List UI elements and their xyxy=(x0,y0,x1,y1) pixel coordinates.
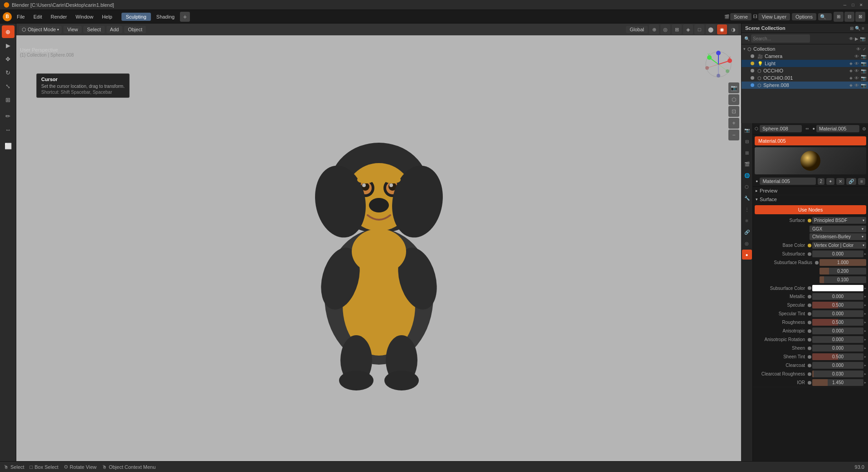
use-nodes-button[interactable]: Use Nodes xyxy=(755,205,866,214)
clearcoat-roughness-dot[interactable] xyxy=(808,372,811,376)
pi-view-layer[interactable]: ⊞ xyxy=(742,148,752,158)
mat-slot-name-field[interactable]: Material.005 xyxy=(760,178,815,185)
tree-occhio[interactable]: ⬡ OCCHIO ◈ 👁 📷 xyxy=(742,67,868,74)
occhio-render[interactable]: 📷 xyxy=(861,68,866,73)
mat-new-btn[interactable]: ✦ xyxy=(826,178,834,185)
tab-sculpting[interactable]: Sculpting xyxy=(121,13,151,21)
subsurface-dot[interactable] xyxy=(808,252,811,256)
add-workspace-button[interactable]: + xyxy=(180,12,190,22)
xray-toggle[interactable]: ◈ xyxy=(683,24,693,34)
metallic-dot[interactable] xyxy=(808,295,811,299)
sheen-tint-dot[interactable] xyxy=(808,355,811,359)
sc-search-input[interactable] xyxy=(751,34,810,43)
pi-material[interactable]: ● xyxy=(742,250,752,260)
anisotropic-rotation-arrow[interactable]: ▸ xyxy=(864,337,866,342)
mat-link-btn[interactable]: 🔗 xyxy=(846,178,856,185)
view-menu[interactable]: View xyxy=(63,26,82,33)
sc-select-toggle[interactable]: ▶ xyxy=(855,36,858,41)
pi-render[interactable]: 📷 xyxy=(742,125,752,135)
local-view-btn[interactable]: ⊡ xyxy=(728,106,739,117)
solid-shading[interactable]: ⬤ xyxy=(706,24,716,34)
menu-edit[interactable]: Edit xyxy=(30,13,46,20)
maximize-button[interactable]: □ xyxy=(850,2,856,8)
viewport[interactable]: ⬡ Object Mode ▾ View Select Add Object G… xyxy=(16,24,741,461)
subsurface-color-dot[interactable] xyxy=(808,286,811,290)
collection-exclude-icon[interactable]: ✓ xyxy=(863,47,866,52)
mat-browse-btn[interactable]: ≡ xyxy=(858,178,865,185)
tree-occhio-001[interactable]: ⬡ OCCHIO.001 ◈ 👁 📷 xyxy=(742,74,868,82)
global-selector[interactable]: Global xyxy=(626,26,648,33)
subsurface-field[interactable]: 0.000 xyxy=(812,250,863,257)
subsurface-color-arrow[interactable]: ▸ xyxy=(864,286,866,290)
tool-measure[interactable]: ↔ xyxy=(2,123,15,136)
light-eye[interactable]: 👁 xyxy=(854,61,859,66)
specular-tint-arrow[interactable]: ▸ xyxy=(864,312,866,316)
sphere008-eye[interactable]: 👁 xyxy=(854,83,859,88)
sheen-dot[interactable] xyxy=(808,347,811,350)
pi-constraints[interactable]: 🔗 xyxy=(742,227,752,237)
add-menu[interactable]: Add xyxy=(107,26,123,33)
tool-annotate[interactable]: ✏ xyxy=(2,110,15,122)
occhio-filter[interactable]: ◈ xyxy=(849,68,853,73)
tool-cursor[interactable]: ⊕ xyxy=(2,25,15,38)
sphere008-render[interactable]: 📷 xyxy=(861,83,866,88)
close-button[interactable]: ✕ xyxy=(858,2,864,8)
occhio001-eye[interactable]: 👁 xyxy=(854,76,859,81)
tool-select[interactable]: ▶ xyxy=(2,39,15,52)
sphere008-filter[interactable]: ◈ xyxy=(849,83,853,87)
tool-rotate[interactable]: ↻ xyxy=(2,66,15,79)
wireframe-shading[interactable]: □ xyxy=(694,24,704,34)
pi-object-data[interactable]: ◎ xyxy=(742,238,752,248)
rendered-shading[interactable]: ◑ xyxy=(728,24,738,34)
pi-object[interactable]: ⬡ xyxy=(742,182,752,192)
surface-section-header[interactable]: ▾ Surface xyxy=(753,195,868,203)
sr-field-3[interactable]: 0.100 xyxy=(820,276,866,283)
light-filter[interactable]: ◈ xyxy=(849,61,853,66)
sc-render-toggle[interactable]: 📷 xyxy=(860,36,865,41)
pi-output[interactable]: ⊟ xyxy=(742,136,752,146)
bottom-context-menu[interactable]: 🖱 Object Context Menu xyxy=(102,464,155,470)
anisotropic-arrow[interactable]: ▸ xyxy=(864,329,866,333)
clearcoat-field[interactable]: 0.000 xyxy=(812,362,863,369)
tree-light[interactable]: 💡 Light ◈ 👁 📷 xyxy=(742,60,868,67)
tree-camera[interactable]: 🎥 Camera 👁 📷 xyxy=(742,53,868,60)
bottom-rotate-view[interactable]: ⊙ Rotate View xyxy=(64,464,97,470)
base-color-selector[interactable]: Vertex Color | Color ▾ xyxy=(812,242,866,249)
ggx-dropdown[interactable]: GGX ▾ xyxy=(810,226,866,232)
specular-tint-dot[interactable] xyxy=(808,312,811,316)
sc-icon-3[interactable]: ≡ xyxy=(862,26,864,31)
menu-help[interactable]: Help xyxy=(98,13,116,20)
tab-shading[interactable]: Shading xyxy=(152,13,179,21)
clearcoat-roughness-field[interactable]: 0.030 xyxy=(812,371,863,377)
bottom-select[interactable]: 🖱 Select xyxy=(4,464,24,470)
snap-icon[interactable]: ⊕ xyxy=(649,24,659,34)
pi-modifier[interactable]: 🔧 xyxy=(742,193,752,203)
occhio-eye[interactable]: 👁 xyxy=(854,68,859,73)
sc-filter-icon[interactable]: 🔍 xyxy=(744,36,750,41)
roughness-field[interactable]: 0.500 xyxy=(812,319,863,326)
anisotropic-rotation-field[interactable]: 0.000 xyxy=(812,336,863,343)
sr-field-2[interactable]: 0.200 xyxy=(820,268,866,275)
pi-scene[interactable]: 🎬 xyxy=(742,159,752,169)
sc-eye-toggle[interactable]: 👁 xyxy=(849,36,853,41)
subsurface-color-swatch[interactable] xyxy=(812,285,863,291)
sc-icon-2[interactable]: 🔍 xyxy=(855,26,860,31)
tool-move[interactable]: ✥ xyxy=(2,53,15,65)
menu-file[interactable]: File xyxy=(13,13,29,20)
select-menu[interactable]: Select xyxy=(83,26,105,33)
sheen-field[interactable]: 0.000 xyxy=(812,345,863,352)
zoom-in-btn[interactable]: + xyxy=(728,118,739,129)
tool-scale[interactable]: ⤡ xyxy=(2,80,15,92)
surface-dot[interactable] xyxy=(808,219,811,222)
header-icon-1[interactable]: ⊞ xyxy=(834,12,844,22)
sheen-tint-field[interactable]: 0.500 xyxy=(812,353,863,360)
camera-eye[interactable]: 👁 xyxy=(854,54,859,59)
perspective-btn[interactable]: ⬡ xyxy=(728,94,739,105)
material-header-bar[interactable]: Material.005 xyxy=(755,136,866,145)
header-icon-2[interactable]: ⊟ xyxy=(844,12,854,22)
anisotropic-dot[interactable] xyxy=(808,329,811,333)
zoom-out-btn[interactable]: − xyxy=(728,130,739,140)
specular-tint-field[interactable]: 0.000 xyxy=(812,310,863,317)
object-mode-selector[interactable]: ⬡ Object Mode ▾ xyxy=(19,26,62,34)
pi-particles[interactable]: ⋮ xyxy=(742,204,752,214)
